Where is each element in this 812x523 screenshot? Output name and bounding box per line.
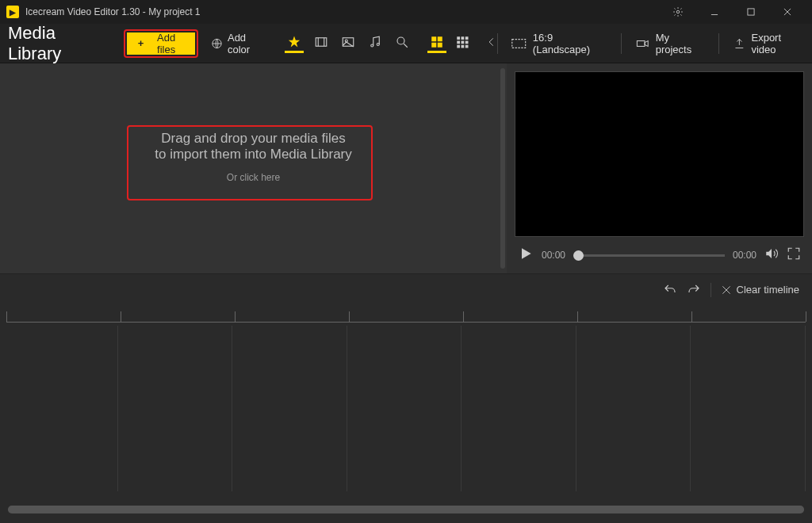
svg-rect-27 <box>465 45 468 48</box>
collapse-panel-button[interactable] <box>486 36 497 51</box>
window-title: Icecream Video Editor 1.30 - My project … <box>25 6 201 17</box>
play-button[interactable] <box>518 246 534 265</box>
svg-point-13 <box>397 37 404 44</box>
svg-rect-23 <box>461 41 464 44</box>
minimize-button[interactable] <box>696 0 733 24</box>
svg-rect-26 <box>461 45 464 48</box>
media-scrollbar[interactable] <box>500 68 505 269</box>
volume-button[interactable] <box>764 246 779 264</box>
seek-bar[interactable] <box>573 254 725 257</box>
camera-icon <box>636 36 649 51</box>
app-icon: ▶ <box>6 6 19 18</box>
titlebar: ▶ Icecream Video Editor 1.30 - My projec… <box>0 0 812 24</box>
svg-rect-17 <box>431 43 436 48</box>
play-icon <box>518 246 534 262</box>
timeline-slot[interactable] <box>465 326 576 491</box>
preview-panel: 00:00 00:00 <box>507 63 812 273</box>
timeline-slot[interactable] <box>694 326 806 491</box>
add-files-button[interactable]: + Add files <box>127 32 195 55</box>
undo-button[interactable] <box>663 283 677 297</box>
main-toolbar: Media Library + Add files Add color <box>0 24 812 63</box>
divider <box>621 33 622 54</box>
highlight-dropzone <box>127 125 373 200</box>
svg-rect-18 <box>437 43 442 48</box>
close-button[interactable] <box>769 0 806 24</box>
undo-icon <box>663 283 677 297</box>
svg-point-11 <box>370 44 373 47</box>
timeline-slot[interactable] <box>121 326 233 491</box>
divider <box>497 33 498 54</box>
svg-rect-25 <box>457 45 460 48</box>
svg-marker-30 <box>522 248 531 258</box>
export-video-button[interactable]: Export video <box>733 32 804 55</box>
export-video-label: Export video <box>751 32 804 55</box>
filter-all-button[interactable] <box>285 34 304 53</box>
fullscreen-button[interactable] <box>787 246 801 264</box>
view-small-grid-button[interactable] <box>453 34 472 53</box>
redo-button[interactable] <box>687 283 701 297</box>
view-large-grid-button[interactable] <box>427 34 446 53</box>
aspect-ratio-button[interactable]: 16:9 (Landscape) <box>511 32 607 55</box>
svg-rect-20 <box>461 36 464 40</box>
timeline-slot[interactable] <box>236 326 347 491</box>
media-filter-group <box>285 34 412 53</box>
plus-icon: + <box>138 37 144 49</box>
chevron-left-icon <box>486 36 497 48</box>
add-color-button[interactable]: Add color <box>211 32 269 55</box>
aspect-ratio-label: 16:9 (Landscape) <box>533 32 607 55</box>
svg-point-0 <box>676 10 680 13</box>
globe-icon <box>211 37 223 50</box>
clear-timeline-label: Clear timeline <box>737 284 799 296</box>
svg-rect-28 <box>512 39 526 48</box>
fullscreen-icon <box>787 246 801 261</box>
svg-line-14 <box>404 44 408 48</box>
svg-rect-21 <box>465 36 468 40</box>
svg-rect-29 <box>637 40 645 46</box>
time-current: 00:00 <box>542 250 565 261</box>
svg-rect-15 <box>431 36 436 41</box>
svg-marker-31 <box>766 249 772 258</box>
timeline-panel[interactable] <box>0 305 812 523</box>
close-icon <box>721 284 732 296</box>
svg-rect-2 <box>748 9 754 15</box>
timeline-scrollbar[interactable] <box>8 506 804 513</box>
timeline-slot[interactable] <box>580 326 691 491</box>
svg-point-12 <box>377 44 379 46</box>
volume-icon <box>764 246 779 261</box>
my-projects-label: My projects <box>656 32 704 55</box>
player-controls: 00:00 00:00 <box>515 237 804 273</box>
media-library-panel[interactable]: Drag and drop your media files to import… <box>0 63 507 273</box>
add-color-label: Add color <box>228 32 269 55</box>
filter-audio-button[interactable] <box>366 34 385 53</box>
timeline-scrollbar-thumb[interactable] <box>8 506 804 513</box>
maximize-button[interactable] <box>733 0 769 24</box>
timeline-ruler[interactable] <box>6 311 806 323</box>
upload-icon <box>733 37 745 50</box>
main-area: Drag and drop your media files to import… <box>0 63 812 273</box>
svg-rect-9 <box>343 38 354 47</box>
divider <box>710 283 711 297</box>
highlight-add-files: + Add files <box>124 29 198 58</box>
seek-knob[interactable] <box>573 250 584 261</box>
divider <box>718 33 719 54</box>
svg-rect-24 <box>465 41 468 44</box>
view-mode-group <box>427 34 472 53</box>
svg-rect-6 <box>316 38 327 47</box>
svg-rect-22 <box>457 41 460 44</box>
clear-timeline-button[interactable]: Clear timeline <box>721 284 799 296</box>
aspect-icon <box>511 38 526 49</box>
video-preview[interactable] <box>515 71 804 237</box>
filter-video-button[interactable] <box>312 34 331 53</box>
settings-button[interactable] <box>660 0 696 24</box>
filter-image-button[interactable] <box>339 34 358 53</box>
svg-rect-16 <box>437 36 442 41</box>
timeline-slot[interactable] <box>350 326 462 491</box>
svg-rect-19 <box>457 36 460 40</box>
timeline-track[interactable] <box>6 326 806 491</box>
timeline-slot[interactable] <box>6 326 118 491</box>
time-total: 00:00 <box>733 250 756 261</box>
section-title: Media Library <box>8 23 108 64</box>
redo-icon <box>687 283 701 297</box>
my-projects-button[interactable]: My projects <box>636 32 704 55</box>
search-button[interactable] <box>393 34 412 53</box>
